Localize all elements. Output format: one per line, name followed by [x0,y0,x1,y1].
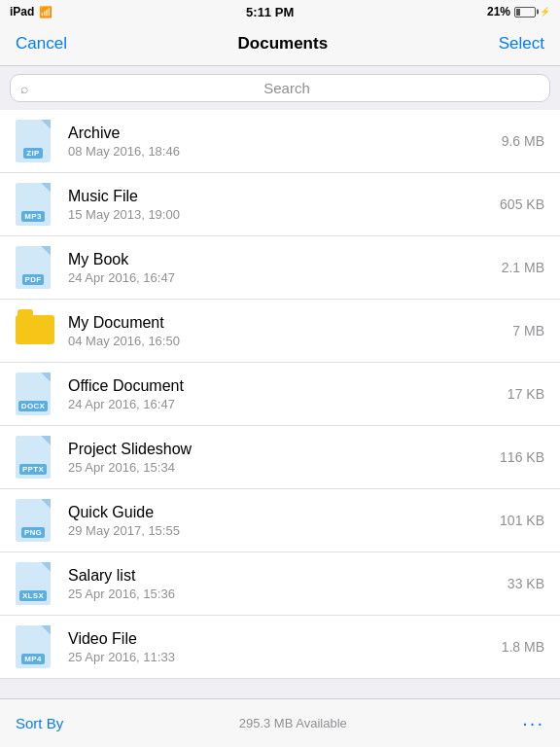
file-icon-wrapper: PDF [16,246,54,289]
file-info: Video File 25 Apr 2016, 11:33 [68,630,494,664]
file-icon-wrapper [16,309,54,352]
file-icon: PDF [16,246,51,289]
file-info: Project Slideshow 25 Apr 2016, 15:34 [68,441,492,475]
file-date: 24 Apr 2016, 16:47 [68,270,494,285]
bottom-toolbar: Sort By 295.3 MB Available ··· [0,698,560,747]
status-right: 21% ⚡ [487,5,550,18]
file-info: Office Document 24 Apr 2016, 16:47 [68,377,500,411]
file-icon: XLSX [16,562,51,605]
nav-title: Documents [238,34,329,53]
file-date: 24 Apr 2016, 16:47 [68,397,500,411]
charging-icon: ⚡ [540,7,550,17]
file-size: 2.1 MB [502,260,544,275]
file-info: Salary list 25 Apr 2016, 15:36 [68,567,500,601]
file-icon: PPTX [16,436,51,479]
file-type-label: PPTX [19,464,47,475]
search-container: ⌕ Search [0,66,560,110]
file-info: My Document 04 May 2016, 16:50 [68,314,505,348]
cancel-button[interactable]: Cancel [16,34,67,53]
file-name: Video File [68,630,494,648]
sort-by-button[interactable]: Sort By [16,715,63,731]
select-button[interactable]: Select [499,34,544,53]
file-date: 08 May 2016, 18:46 [68,144,494,159]
search-icon: ⌕ [20,81,28,96]
available-space-label: 295.3 MB Available [239,716,347,730]
file-icon-wrapper: PPTX [16,436,54,479]
file-info: My Book 24 Apr 2016, 16:47 [68,251,494,285]
file-size: 1.8 MB [502,639,544,655]
list-item[interactable]: PPTX Project Slideshow 25 Apr 2016, 15:3… [0,426,560,489]
file-type-label: DOCX [18,401,48,411]
list-item[interactable]: ZIP Archive 08 May 2016, 18:46 9.6 MB [0,110,560,173]
list-item[interactable]: PDF My Book 24 Apr 2016, 16:47 2.1 MB [0,236,560,300]
file-icon: ZIP [16,120,51,162]
wifi-icon: 📶 [39,6,52,18]
file-date: 04 May 2016, 16:50 [68,334,505,348]
file-name: My Document [68,314,505,332]
file-icon-wrapper: XLSX [16,562,54,605]
file-type-label: PNG [21,527,45,538]
search-bar[interactable]: ⌕ Search [10,74,550,102]
file-type-label: MP3 [21,211,44,222]
status-time: 5:11 PM [246,5,294,19]
file-date: 15 May 2013, 19:00 [68,207,492,222]
file-type-label: MP4 [21,654,44,664]
file-info: Archive 08 May 2016, 18:46 [68,124,494,159]
file-type-label: PDF [22,274,45,285]
file-name: Office Document [68,377,500,395]
battery-percent: 21% [487,5,510,18]
file-size: 605 KB [500,196,544,212]
file-size: 7 MB [512,323,544,338]
file-size: 33 KB [508,576,544,591]
list-item[interactable]: XLSX Salary list 25 Apr 2016, 15:36 33 K… [0,552,560,616]
file-date: 25 Apr 2016, 15:36 [68,587,500,601]
file-icon: MP3 [16,183,51,226]
file-size: 116 KB [500,449,544,465]
file-type-label: ZIP [23,148,42,159]
battery-icon [514,7,536,18]
file-type-label: XLSX [19,590,47,601]
list-item[interactable]: My Document 04 May 2016, 16:50 7 MB [0,300,560,363]
list-item[interactable]: MP3 Music File 15 May 2013, 19:00 605 KB [0,173,560,236]
file-info: Music File 15 May 2013, 19:00 [68,188,492,222]
folder-icon [16,309,54,344]
file-size: 9.6 MB [502,133,544,149]
file-size: 17 KB [508,386,544,402]
carrier-label: iPad [10,5,34,18]
file-list: ZIP Archive 08 May 2016, 18:46 9.6 MB MP… [0,110,560,679]
file-date: 25 Apr 2016, 11:33 [68,650,494,664]
file-icon: MP4 [16,625,51,668]
file-date: 29 May 2017, 15:55 [68,523,492,538]
search-input[interactable]: Search [34,80,540,96]
file-info: Quick Guide 29 May 2017, 15:55 [68,504,492,538]
status-bar: iPad 📶 5:11 PM 21% ⚡ [0,0,560,21]
file-icon-wrapper: MP3 [16,183,54,226]
file-name: Archive [68,124,494,142]
file-date: 25 Apr 2016, 15:34 [68,460,492,475]
file-icon: PNG [16,499,51,542]
file-icon-wrapper: PNG [16,499,54,542]
file-icon-wrapper: DOCX [16,373,54,415]
file-name: Music File [68,188,492,205]
file-icon-wrapper: MP4 [16,625,54,668]
file-size: 101 KB [500,513,544,528]
file-icon: DOCX [16,373,51,415]
file-name: Project Slideshow [68,441,492,458]
file-name: Salary list [68,567,500,585]
file-name: My Book [68,251,494,268]
file-name: Quick Guide [68,504,492,521]
list-item[interactable]: MP4 Video File 25 Apr 2016, 11:33 1.8 MB [0,616,560,679]
list-item[interactable]: PNG Quick Guide 29 May 2017, 15:55 101 K… [0,489,560,552]
more-button[interactable]: ··· [522,712,544,734]
battery-fill [516,9,520,16]
nav-bar: Cancel Documents Select [0,21,560,66]
file-icon-wrapper: ZIP [16,120,54,162]
list-item[interactable]: DOCX Office Document 24 Apr 2016, 16:47 … [0,363,560,426]
status-left: iPad 📶 [10,5,52,18]
